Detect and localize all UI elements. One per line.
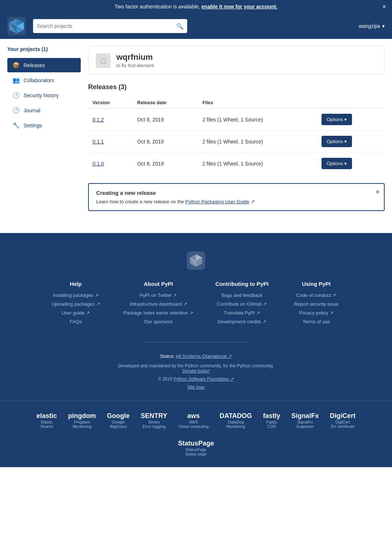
banner-text: Two factor authentication is available, bbox=[115, 4, 202, 10]
sponsor-name: DigiCert bbox=[330, 412, 356, 420]
sponsor-name: aws bbox=[178, 412, 209, 420]
footer-column: HelpInstalling packages ↗Uploading packa… bbox=[50, 281, 101, 327]
releases-section-title: Releases (3) bbox=[88, 83, 385, 91]
footer-link[interactable]: Translate PyPI ↗ bbox=[224, 310, 260, 316]
sponsor-item: fastly Fastly CDN bbox=[263, 412, 280, 429]
user-menu[interactable]: wangzijia ▾ bbox=[359, 23, 385, 29]
sponsor-sub2: Monitoring bbox=[68, 424, 96, 429]
sponsor-sub1: DataDog bbox=[219, 420, 252, 424]
security-label: Security history bbox=[23, 92, 59, 98]
sidebar-item-releases[interactable]: 📦 Releases bbox=[7, 58, 81, 72]
psf-link[interactable]: Python Software Foundation ↗ bbox=[174, 377, 234, 382]
security-icon: 🕐 bbox=[12, 92, 20, 99]
sponsor-sub1: DigiCert bbox=[330, 420, 356, 424]
sponsor-item: SENTRY Sentry Error logging bbox=[141, 412, 167, 429]
table-row: 0.1.0 Oct 8, 2019 2 files (1 Wheel, 1 So… bbox=[88, 153, 385, 175]
footer-sitemap: Site map bbox=[15, 385, 377, 390]
journal-icon: 🕐 bbox=[12, 107, 20, 114]
col-date: Release date bbox=[133, 97, 198, 109]
footer-link[interactable]: Privacy policy ↗ bbox=[299, 310, 334, 316]
content-area: ◻ wqrfnium to fix find element Releases … bbox=[88, 46, 385, 211]
footer-column: Using PyPICode of conduct ↗Report securi… bbox=[291, 281, 342, 327]
footer-link[interactable]: Contribute on GitHub ↗ bbox=[217, 301, 267, 307]
sponsor-item: pingdom Pingdom Monitoring bbox=[68, 412, 96, 429]
sponsor-sub1: StatusPage bbox=[178, 447, 214, 452]
footer-link[interactable]: Our sponsors bbox=[144, 319, 173, 324]
footer-col-title: Using PyPI bbox=[291, 281, 342, 287]
sponsor-name: pingdom bbox=[68, 412, 96, 420]
settings-label: Settings bbox=[23, 123, 42, 128]
options-button[interactable]: Options ▾ bbox=[322, 114, 352, 125]
release-files: 2 files (1 Wheel, 1 Source) bbox=[198, 153, 317, 175]
site-logo[interactable] bbox=[7, 17, 26, 35]
search-icon: 🔍 bbox=[176, 23, 184, 30]
sponsors-grid: elastic Elastic Search pingdom Pingdom M… bbox=[31, 412, 361, 456]
sponsor-name: SignalFx bbox=[291, 412, 319, 420]
collaborators-label: Collaborators bbox=[23, 77, 54, 83]
options-button[interactable]: Options ▾ bbox=[322, 136, 352, 147]
sponsor-sub2: Supporter bbox=[291, 424, 319, 429]
options-button[interactable]: Options ▾ bbox=[322, 158, 352, 169]
sidebar-item-settings[interactable]: 🔧 Settings bbox=[7, 118, 81, 132]
sidebar: Your projects (1) 📦 Releases 👥 Collabora… bbox=[7, 46, 81, 211]
footer-link[interactable]: FAQs bbox=[70, 319, 82, 324]
footer-link[interactable]: Terms of use bbox=[302, 319, 330, 324]
project-name: wqrfnium bbox=[116, 52, 154, 62]
sponsor-sub1: Pingdom bbox=[68, 420, 96, 424]
release-date: Oct 8, 2019 bbox=[133, 131, 198, 153]
sponsor-sub1: Fastly bbox=[263, 420, 280, 424]
settings-icon: 🔧 bbox=[12, 122, 20, 129]
footer-link[interactable]: Code of conduct ↗ bbox=[296, 292, 336, 298]
sponsor-name: DATADOG bbox=[219, 412, 252, 420]
username: wangzijia bbox=[359, 23, 380, 29]
new-release-close-button[interactable]: × bbox=[375, 188, 380, 196]
sidebar-item-journal[interactable]: 🕐 Journal bbox=[7, 103, 81, 117]
footer-link[interactable]: Installing packages ↗ bbox=[53, 292, 99, 298]
sponsor-name: SENTRY bbox=[141, 412, 167, 420]
footer-copyright: © 2019 Python Software Foundation ↗ bbox=[15, 377, 377, 382]
footer-link[interactable]: PyPI on Twitter ↗ bbox=[140, 292, 177, 298]
table-header: Version Release date Files bbox=[88, 97, 385, 109]
sponsor-sub2: EV certificate bbox=[330, 424, 356, 429]
footer-link[interactable]: Development credits ↗ bbox=[218, 319, 266, 324]
version-link[interactable]: 0.1.0 bbox=[92, 161, 104, 167]
donate-link[interactable]: Donate today! bbox=[182, 368, 210, 374]
version-link[interactable]: 0.1.1 bbox=[92, 139, 104, 145]
collaborators-icon: 👥 bbox=[12, 77, 20, 84]
footer-link[interactable]: Package index name retention ↗ bbox=[123, 310, 193, 316]
footer-link[interactable]: Uploading packages ↗ bbox=[51, 301, 100, 307]
status-link[interactable]: All Systems Operational ↗ bbox=[176, 353, 232, 359]
search-input[interactable] bbox=[37, 23, 176, 29]
footer-link[interactable]: Report security issue bbox=[294, 301, 338, 307]
sponsor-name: Google bbox=[107, 412, 130, 420]
footer-link[interactable]: Infrastructure dashboard ↗ bbox=[130, 301, 187, 307]
project-info: wqrfnium to fix find element bbox=[116, 52, 154, 68]
col-version: Version bbox=[88, 97, 133, 109]
footer-col-title: About PyPI bbox=[123, 281, 193, 287]
sponsor-item: SignalFx SignalFx Supporter bbox=[291, 412, 319, 429]
user-dropdown-icon: ▾ bbox=[382, 23, 385, 29]
banner-link[interactable]: enable it now for your account. bbox=[202, 4, 277, 10]
sponsor-sub1: SignalFx bbox=[291, 420, 319, 424]
python-packaging-link[interactable]: Python Packaging User Guide bbox=[185, 199, 249, 204]
projects-link[interactable]: Your projects (1) bbox=[7, 46, 81, 52]
sidebar-item-collaborators[interactable]: 👥 Collaborators bbox=[7, 73, 81, 87]
footer-link[interactable]: User guide ↗ bbox=[62, 310, 90, 316]
sidebar-item-security[interactable]: 🕐 Security history bbox=[7, 88, 81, 102]
footer-link[interactable]: Bugs and feedback bbox=[221, 292, 262, 298]
release-date: Oct 8, 2019 bbox=[133, 109, 198, 131]
banner-close-button[interactable]: × bbox=[382, 3, 386, 11]
journal-label: Journal bbox=[23, 108, 40, 113]
sponsor-sub1: Sentry bbox=[141, 420, 167, 424]
sponsor-sub1: Google bbox=[107, 420, 130, 424]
avatar-placeholder: ◻ bbox=[100, 56, 106, 65]
sponsor-sub2: BigQuery bbox=[107, 424, 130, 429]
sitemap-link[interactable]: Site map bbox=[187, 385, 204, 390]
main-content: Your projects (1) 📦 Releases 👥 Collabora… bbox=[0, 39, 392, 218]
sponsor-name: elastic bbox=[36, 412, 57, 420]
sponsor-sub2: CDN bbox=[263, 424, 280, 429]
footer-logo bbox=[15, 251, 377, 270]
version-link[interactable]: 0.1.2 bbox=[92, 117, 104, 123]
site-header: 🔍 wangzijia ▾ bbox=[0, 13, 392, 39]
footer-column: About PyPIPyPI on Twitter ↗Infrastructur… bbox=[123, 281, 193, 327]
